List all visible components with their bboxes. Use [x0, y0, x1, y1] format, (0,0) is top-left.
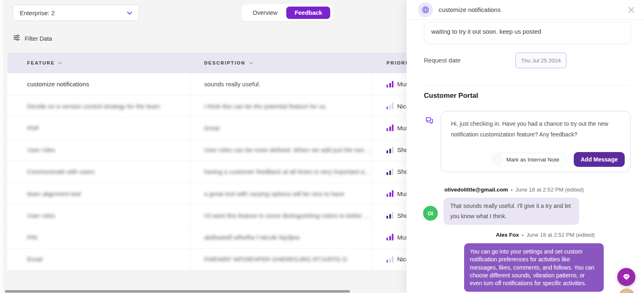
- table-header: FEATURE DESCRIPTION PRIORITY: [7, 53, 421, 73]
- table-row[interactable]: customize notificationssounds really use…: [7, 73, 421, 95]
- feature-cell: Communicate with users: [27, 168, 94, 175]
- message-author: olivedolittle@gmail.com: [444, 187, 508, 193]
- table-body: customize notificationssounds really use…: [7, 73, 421, 270]
- table-row[interactable]: PDFGreatMust: [7, 117, 421, 138]
- view-tab-group: Overview Feedback: [242, 4, 333, 21]
- column-header-feature[interactable]: FEATURE: [27, 53, 62, 73]
- mark-internal-note-toggle[interactable]: Mark as Internal Note: [491, 153, 566, 166]
- description-cell: a great tool with varying options will b…: [204, 190, 345, 197]
- filter-sliders-icon: [13, 34, 21, 43]
- add-message-button[interactable]: Add Message: [574, 152, 625, 167]
- tab-feedback[interactable]: Feedback: [286, 7, 330, 19]
- description-cell: Great: [204, 125, 220, 132]
- agent-message-bubble: You can go into your settings and set cu…: [464, 243, 604, 292]
- section-divider: [424, 85, 631, 85]
- feature-cell: User roles: [27, 146, 55, 153]
- customer-message-bubble: That sounds really useful. I'll give it …: [444, 198, 579, 225]
- priority-bars-icon: [386, 256, 393, 263]
- description-cell: akdhwiedf wfhefhe f ekrufe fejcfjew: [204, 234, 300, 241]
- description-cell: I'd want this feature in some distinguis…: [204, 212, 369, 219]
- feature-cell: PIN: [27, 234, 37, 241]
- customer-avatar: Ol: [423, 206, 438, 221]
- table-row[interactable]: User rolesUser roles can be more defined…: [7, 139, 421, 161]
- description-cell: User roles can be more defined. When we …: [204, 146, 371, 153]
- description-cell: sounds really useful.: [204, 81, 260, 88]
- table-row[interactable]: EmailFWEWEF WFOIEHFER GHEREGJRG RTJVRTG …: [7, 248, 421, 270]
- feedback-table: FEATURE DESCRIPTION PRIORITY customize n…: [7, 53, 421, 270]
- horizontal-scrollbar[interactable]: [5, 290, 350, 293]
- sort-chevron-icon: [58, 62, 62, 65]
- message-time: June 18 at 2:52 PM (edited): [515, 187, 584, 193]
- sort-chevron-icon: [249, 62, 253, 65]
- column-header-description[interactable]: DESCRIPTION: [204, 53, 253, 73]
- feedback-app: Enterprise: 2 Overview Feedback Filter D…: [0, 0, 644, 293]
- table-row[interactable]: User rolesI'd want this feature in some …: [7, 204, 421, 226]
- mark-internal-note-label: Mark as Internal Note: [506, 157, 559, 163]
- feedback-note-field[interactable]: waiting to try it out soon. keep us post…: [424, 22, 631, 44]
- request-date-value[interactable]: Thu Jul 25 2024: [515, 53, 566, 68]
- filter-data-label: Filter Data: [25, 35, 52, 42]
- enterprise-select-value: Enterprise: 2: [20, 9, 127, 16]
- column-divider: [372, 73, 372, 270]
- priority-bars-icon: [386, 212, 393, 219]
- feedback-detail-panel: customize notifications waiting to try i…: [407, 0, 644, 293]
- table-row[interactable]: PINakdhwiedf wfhefhe f ekrufe fejcfjewMu…: [7, 226, 421, 248]
- chat-bubbles-icon: [425, 116, 434, 127]
- description-cell: I think this can be the potential featur…: [204, 103, 327, 110]
- feedback-note-text: waiting to try it out soon. keep us post…: [431, 28, 541, 35]
- panel-header: customize notifications: [407, 0, 644, 20]
- request-date-label: Request date: [424, 57, 460, 64]
- message-time: June 18 at 2:52 PM (edited): [526, 232, 595, 238]
- customer-portal-heading: Customer Portal: [424, 92, 478, 100]
- priority-bars-icon: [386, 81, 393, 88]
- tab-overview[interactable]: Overview: [244, 7, 285, 19]
- priority-bars-icon: [386, 103, 393, 109]
- priority-bars-icon: [386, 168, 393, 175]
- table-row[interactable]: Decide on a version control strategy for…: [7, 95, 421, 117]
- chat-widget-button[interactable]: [617, 268, 635, 286]
- table-row[interactable]: Communicate with usershaving a customer …: [7, 161, 421, 182]
- chevron-down-icon: [127, 9, 132, 16]
- message-compose-box[interactable]: Hi, just checking in. Have you had a cha…: [441, 111, 631, 172]
- feature-cell: Decide on a version control strategy for…: [27, 103, 160, 110]
- filter-data-button[interactable]: Filter Data: [13, 34, 52, 43]
- priority-bars-icon: [386, 190, 393, 197]
- priority-bars-icon: [386, 147, 393, 153]
- message-author: Alex Fox: [496, 232, 519, 238]
- window-edge: [0, 0, 3, 293]
- user-photo-avatar[interactable]: [619, 288, 635, 293]
- column-divider: [190, 73, 191, 270]
- enterprise-select[interactable]: Enterprise: 2: [13, 5, 139, 21]
- feature-cell: team alignment tool: [27, 190, 81, 197]
- message-meta: olivedolittle@gmail.com•June 18 at 2:52 …: [444, 187, 584, 193]
- compose-controls: Mark as Internal Note Add Message: [491, 152, 625, 167]
- message-meta: Alex Fox•June 18 at 2:52 PM (edited): [496, 232, 595, 238]
- globe-icon: [418, 2, 433, 17]
- priority-bars-icon: [386, 125, 393, 131]
- table-row[interactable]: team alignment toola great tool with var…: [7, 182, 421, 204]
- description-cell: having a customer feedback at all times …: [204, 168, 370, 175]
- priority-bars-icon: [386, 234, 393, 240]
- feature-cell: PDF: [27, 125, 39, 132]
- toggle-knob: [493, 155, 502, 164]
- feature-cell: User roles: [27, 212, 55, 219]
- description-cell: FWEWEF WFOIEHFER GHEREGJRG RTJVRTG G: [204, 256, 347, 263]
- panel-title: customize notifications: [439, 6, 501, 13]
- compose-message-text: Hi, just checking in. Have you had a cha…: [451, 118, 621, 140]
- feature-cell: Email: [27, 256, 43, 263]
- speech-bubble-icon: [621, 272, 631, 282]
- feature-cell: customize notifications: [27, 81, 89, 88]
- close-icon[interactable]: [627, 5, 636, 14]
